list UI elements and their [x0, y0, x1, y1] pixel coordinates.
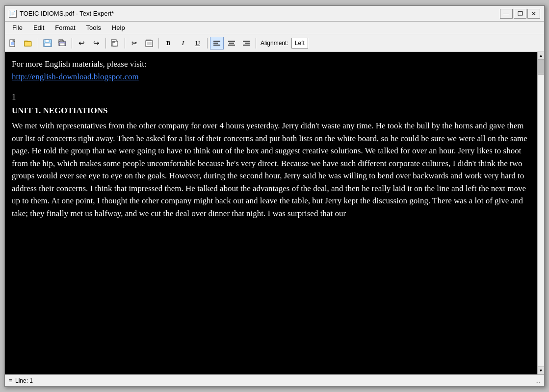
menu-edit[interactable]: Edit [28, 23, 50, 33]
title-bar: 📄 TOEIC IDIOMS.pdf - Text Expert* — ❐ ✕ [5, 6, 544, 22]
new-icon [9, 39, 18, 47]
cut-button[interactable]: ✂ [128, 37, 141, 49]
status-text: Line: 1 [15, 377, 33, 384]
alignment-label: Alignment: [259, 40, 290, 47]
save-icon [43, 39, 52, 47]
scrollbar-track[interactable] [538, 60, 545, 367]
minimize-button[interactable]: — [500, 9, 513, 19]
unit-heading: UNIT 1. NEGOTIATIONS [12, 104, 530, 117]
underline-icon: U [195, 39, 200, 47]
print-button[interactable] [55, 37, 69, 49]
sep6 [207, 38, 208, 49]
sep4 [125, 38, 125, 49]
scroll-down-button[interactable]: ▼ [538, 367, 545, 374]
sep7 [256, 38, 256, 49]
italic-icon: I [182, 39, 184, 47]
body-text: We met with representatives from the oth… [12, 120, 530, 220]
status-right: ... [535, 377, 540, 384]
status-bar: ≡ Line: 1 ... [5, 374, 544, 386]
open-button[interactable] [22, 37, 35, 49]
print-icon [58, 39, 67, 47]
paste-button[interactable] [142, 37, 156, 49]
italic-button[interactable]: I [176, 37, 190, 49]
scrollbar-thumb[interactable] [538, 60, 545, 74]
content-area[interactable]: For more English materials, please visit… [5, 52, 537, 374]
app-icon: 📄 [9, 10, 17, 18]
alignment-value[interactable]: Left [291, 38, 308, 49]
window-title: TOEIC IDIOMS.pdf - Text Expert* [20, 10, 114, 17]
bold-icon: B [166, 39, 171, 47]
underline-button[interactable]: U [191, 37, 205, 49]
status-icon: ≡ [9, 377, 12, 384]
website-link[interactable]: http://english-download.blogspot.com [12, 72, 139, 81]
open-icon [24, 39, 33, 47]
svg-rect-7 [25, 42, 31, 46]
sep1 [38, 38, 38, 49]
svg-rect-10 [45, 43, 51, 46]
restore-button[interactable]: ❐ [514, 9, 526, 19]
align-left-icon [213, 40, 221, 47]
menu-format[interactable]: Format [50, 23, 80, 33]
main-window: 📄 TOEIC IDIOMS.pdf - Text Expert* — ❐ ✕ … [4, 5, 545, 387]
svg-rect-14 [60, 43, 65, 46]
align-center-icon [228, 40, 235, 47]
svg-rect-0 [10, 40, 15, 47]
scrollbar: ▲ ▼ [537, 52, 544, 374]
menu-file[interactable]: File [7, 23, 28, 33]
align-right-button[interactable] [239, 37, 253, 49]
menu-tools[interactable]: Tools [81, 23, 106, 33]
window-controls: — ❐ ✕ [500, 9, 540, 19]
align-right-icon [242, 40, 250, 47]
menu-help[interactable]: Help [106, 23, 131, 33]
undo-button[interactable]: ↩ [75, 37, 88, 49]
close-button[interactable]: ✕ [527, 9, 540, 19]
scroll-up-button[interactable]: ▲ [538, 52, 545, 60]
page-number: 1 [12, 91, 530, 103]
redo-button[interactable]: ↪ [89, 37, 103, 49]
align-center-button[interactable] [225, 37, 238, 49]
sep5 [158, 38, 159, 49]
cut-icon: ✂ [131, 39, 137, 47]
toolbar: ↩ ↪ ✂ [5, 34, 544, 52]
sep3 [105, 38, 106, 49]
undo-icon: ↩ [78, 39, 85, 48]
paste-icon [145, 39, 154, 47]
title-bar-left: 📄 TOEIC IDIOMS.pdf - Text Expert* [9, 10, 114, 18]
new-button[interactable] [7, 37, 21, 49]
copy-format-icon [111, 39, 120, 47]
align-left-button[interactable] [210, 37, 224, 49]
save-button[interactable] [41, 37, 54, 49]
redo-icon: ↪ [93, 39, 100, 48]
menu-bar: File Edit Format Tools Help [5, 22, 544, 34]
sep2 [72, 38, 72, 49]
svg-rect-9 [45, 40, 49, 42]
copy-format-button[interactable] [108, 37, 122, 49]
content-wrapper: For more English materials, please visit… [5, 52, 544, 374]
intro-line: For more English materials, please visit… [12, 58, 530, 71]
bold-button[interactable]: B [161, 37, 175, 49]
